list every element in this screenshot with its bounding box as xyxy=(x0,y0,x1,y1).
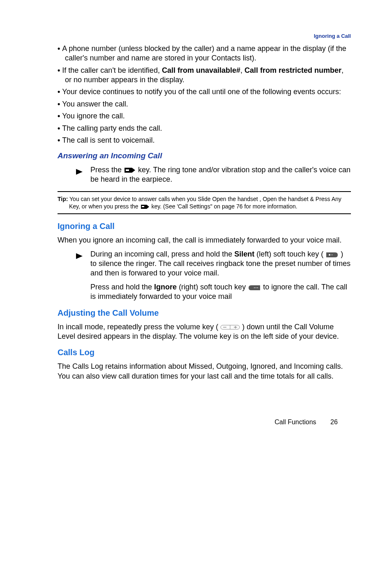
para-text: In incall mode, repeatedly press the vol… xyxy=(58,323,220,331)
svg-point-8 xyxy=(257,287,258,288)
tip-text: key. (See 'Call Settings" on page 76 for… xyxy=(151,203,297,210)
svg-point-6 xyxy=(254,287,255,288)
volume-key-icon xyxy=(220,324,240,331)
list-item: You ignore the call. xyxy=(58,111,351,121)
list-item: The call is sent to voicemail. xyxy=(58,136,351,145)
volume-para: In incall mode, repeatedly press the vol… xyxy=(58,322,351,342)
heading-answering: Answering an Incoming Call xyxy=(58,151,351,161)
ignoring-para: When you ignore an incoming call, the ca… xyxy=(58,236,351,245)
right-softkey-icon xyxy=(248,284,261,291)
ignoring-step2: Press and hold the Ignore (right) soft t… xyxy=(90,282,351,302)
svg-marker-0 xyxy=(76,169,83,175)
page-number: 26 xyxy=(330,418,351,427)
bullet-text: , xyxy=(240,66,244,74)
svg-point-5 xyxy=(332,254,332,255)
step-bold: Ignore xyxy=(154,283,177,291)
breadcrumb: Ignoring a Call xyxy=(58,33,351,40)
list-item: Your device continues to notify you of t… xyxy=(58,87,351,97)
bullet-bold: Call from unavailable# xyxy=(162,66,240,74)
send-key-icon xyxy=(124,167,136,173)
list-item: The calling party ends the call. xyxy=(58,124,351,133)
list-item: If the caller can't be identified, Call … xyxy=(58,66,351,85)
svg-rect-2 xyxy=(142,206,144,207)
callslog-para: The Calls Log retains information about … xyxy=(58,362,351,381)
step-text: Press the xyxy=(90,166,124,174)
step-text: (right) soft touch key xyxy=(177,283,248,291)
step-text: During an incoming call, press and hold … xyxy=(90,250,234,258)
svg-rect-1 xyxy=(126,169,129,171)
bullet-text: The call is sent to voicemail. xyxy=(62,136,154,144)
bullet-text: You answer the call. xyxy=(62,100,128,108)
tip-label: Tip: xyxy=(58,196,68,202)
heading-ignoring: Ignoring a Call xyxy=(58,221,351,231)
answering-step: Press the key. The ring tone and/or vibr… xyxy=(90,165,351,185)
svg-point-4 xyxy=(329,254,330,256)
bullet-text: If the caller can't be identified, xyxy=(62,66,162,74)
bullet-text: A phone number (unless blocked by the ca… xyxy=(62,44,346,62)
divider xyxy=(58,191,351,192)
triangle-icon xyxy=(76,167,83,176)
list-item: A phone number (unless blocked by the ca… xyxy=(58,44,351,63)
step-text: Press and hold the xyxy=(90,283,154,291)
left-softkey-icon xyxy=(325,251,339,258)
intro-bullets: A phone number (unless blocked by the ca… xyxy=(58,44,351,146)
step-text: (left) soft touch key ( xyxy=(254,250,325,258)
ignoring-step: During an incoming call, press and hold … xyxy=(90,250,351,278)
bullet-text: You ignore the call. xyxy=(62,112,125,120)
list-item: You answer the call. xyxy=(58,99,351,109)
send-key-icon xyxy=(140,204,150,209)
heading-callslog: Calls Log xyxy=(58,347,351,358)
heading-volume: Adjusting the Call Volume xyxy=(58,307,351,318)
bullet-text: Your device continues to notify you of t… xyxy=(62,88,341,96)
page-footer: Call Functions 26 xyxy=(58,418,351,427)
tip-block: Tip: You can set your device to answer c… xyxy=(58,195,351,214)
step-bold: Silent xyxy=(234,250,254,258)
footer-label: Call Functions xyxy=(274,418,316,425)
bullet-text: The calling party ends the call. xyxy=(62,124,162,132)
svg-point-7 xyxy=(256,287,256,288)
bullet-bold: Call from restricted number xyxy=(244,66,341,74)
triangle-icon xyxy=(76,251,83,261)
svg-marker-3 xyxy=(76,253,83,259)
